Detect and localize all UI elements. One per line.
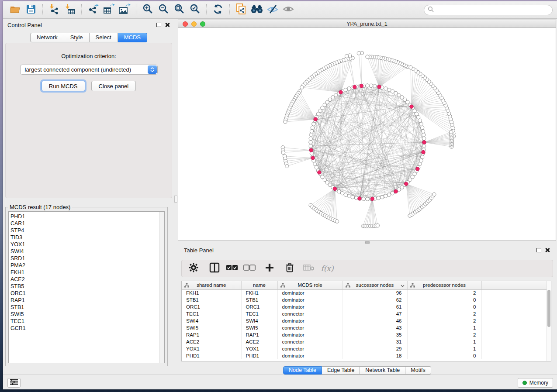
network-node[interactable] xyxy=(373,84,377,88)
cell-name[interactable]: STB1 xyxy=(241,296,277,303)
node-table-grid[interactable]: shared namenameMCDS rolesuccessor nodesp… xyxy=(182,281,548,359)
mcds-result-item[interactable]: YOX1 xyxy=(10,241,164,248)
mcds-result-item[interactable]: ACE2 xyxy=(10,276,164,283)
mcds-result-item[interactable]: PMA2 xyxy=(10,262,164,269)
column-header-predecessor-nodes[interactable]: predecessor nodes xyxy=(407,281,481,289)
table-row[interactable]: ORC1ORC1dominator610 xyxy=(182,303,547,310)
network-node[interactable] xyxy=(418,119,422,122)
show-all-button[interactable] xyxy=(280,3,296,17)
mcds-result-item[interactable]: FKH1 xyxy=(10,269,164,276)
column-header-successor-nodes[interactable]: successor nodes xyxy=(343,281,407,289)
column-header-MCDS-role[interactable]: MCDS role xyxy=(277,281,343,289)
splitter-handle[interactable] xyxy=(365,241,370,244)
column-header-shared-name[interactable]: shared name xyxy=(182,281,241,289)
network-node[interactable] xyxy=(387,88,391,92)
network-node[interactable] xyxy=(281,151,285,154)
cell-shared_name[interactable]: RAP1 xyxy=(182,331,241,338)
cell-mcds_role[interactable]: connector xyxy=(277,345,343,352)
search-network-button[interactable] xyxy=(249,3,265,17)
network-node[interactable] xyxy=(391,89,394,93)
mcds-node[interactable] xyxy=(360,84,363,88)
export-image-button[interactable] xyxy=(117,3,132,17)
network-node[interactable] xyxy=(347,87,351,90)
cell-mcds_role[interactable]: dominator xyxy=(277,352,343,359)
network-node[interactable] xyxy=(309,137,312,140)
network-node[interactable] xyxy=(419,159,423,162)
tab-motifs[interactable]: Motifs xyxy=(405,366,431,375)
cell-successor_nodes[interactable]: 61 xyxy=(343,303,407,310)
network-node[interactable] xyxy=(432,193,436,196)
mcds-result-item[interactable]: STB1 xyxy=(10,304,164,311)
mcds-node[interactable] xyxy=(416,167,419,171)
delete-table-button[interactable] xyxy=(302,262,315,275)
table-row[interactable]: TEC1TEC1connector472 xyxy=(182,310,547,317)
network-node[interactable] xyxy=(420,155,424,158)
network-node[interactable] xyxy=(449,130,453,134)
network-node[interactable] xyxy=(313,162,317,166)
mcds-node[interactable] xyxy=(358,197,361,200)
network-node[interactable] xyxy=(380,195,384,199)
cell-shared_name[interactable]: SWI5 xyxy=(182,324,241,331)
mcds-node[interactable] xyxy=(333,187,336,190)
network-node[interactable] xyxy=(418,162,422,166)
network-node[interactable] xyxy=(376,224,379,227)
column-header-name[interactable]: name xyxy=(241,281,277,289)
memory-button[interactable]: Memory xyxy=(518,378,553,388)
network-node[interactable] xyxy=(366,84,369,87)
export-table-button[interactable] xyxy=(101,3,117,17)
cell-successor_nodes[interactable]: 96 xyxy=(343,289,407,296)
table-row[interactable]: SWI4SWI4dominator462 xyxy=(182,317,547,324)
tab-network-table[interactable]: Network Table xyxy=(360,366,405,375)
mcds-node[interactable] xyxy=(370,197,374,200)
tab-mcds[interactable]: MCDS xyxy=(118,33,147,42)
network-node[interactable] xyxy=(357,52,360,55)
mcds-node[interactable] xyxy=(339,90,343,94)
mcds-node[interactable] xyxy=(314,117,317,121)
optimization-criterion-dropdown[interactable]: largest connected component (undirected) xyxy=(20,65,158,75)
table-scrollbar[interactable] xyxy=(547,281,551,361)
cell-predecessor_nodes[interactable]: 1 xyxy=(407,338,481,345)
table-options-button[interactable] xyxy=(187,262,200,275)
cell-successor_nodes[interactable]: 18 xyxy=(343,352,407,359)
zoom-out-button[interactable] xyxy=(156,3,171,17)
mcds-result-item[interactable]: TEC1 xyxy=(10,318,164,325)
search-field[interactable] xyxy=(424,5,553,15)
mcds-node[interactable] xyxy=(309,148,313,152)
cell-shared_name[interactable]: PHD1 xyxy=(182,352,241,359)
network-node[interactable] xyxy=(347,194,351,198)
network-node[interactable] xyxy=(384,87,387,90)
network-node[interactable] xyxy=(422,144,426,148)
cell-name[interactable]: PHD1 xyxy=(241,352,277,359)
network-node[interactable] xyxy=(387,193,391,196)
network-node[interactable] xyxy=(311,126,314,129)
cell-successor_nodes[interactable]: 62 xyxy=(343,296,407,303)
delete-columns-button[interactable] xyxy=(283,262,296,275)
tab-edge-table[interactable]: Edge Table xyxy=(322,366,360,375)
cell-shared_name[interactable]: ACE2 xyxy=(182,338,241,345)
mcds-result-item[interactable]: SWI4 xyxy=(10,248,164,255)
mcds-result-item[interactable]: ORC1 xyxy=(10,290,164,297)
network-node[interactable] xyxy=(422,133,426,137)
zoom-in-button[interactable] xyxy=(140,3,156,17)
cell-predecessor_nodes[interactable]: 2 xyxy=(407,331,481,338)
table-row[interactable]: PHD1PHD1dominator180 xyxy=(182,352,547,359)
mcds-result-item[interactable]: SRD1 xyxy=(10,255,164,262)
export-network-button[interactable] xyxy=(85,3,101,17)
network-node[interactable] xyxy=(366,197,369,201)
table-row[interactable]: ACE2ACE2connector311 xyxy=(182,338,547,345)
mcds-result-item[interactable]: SWI5 xyxy=(10,311,164,318)
mcds-node[interactable] xyxy=(422,141,426,144)
tab-node-table[interactable]: Node Table xyxy=(283,366,322,375)
table-row[interactable]: STB1STB1dominator620 xyxy=(182,296,547,303)
apply-layout-button[interactable] xyxy=(210,3,226,17)
cell-mcds_role[interactable]: dominator xyxy=(277,303,343,310)
network-node[interactable] xyxy=(362,197,365,201)
splitter-handle[interactable] xyxy=(174,196,177,203)
cell-name[interactable]: SWI5 xyxy=(241,324,277,331)
cell-shared_name[interactable]: SWI4 xyxy=(182,317,241,324)
mcds-node[interactable] xyxy=(318,171,321,174)
network-node[interactable] xyxy=(284,120,287,124)
search-input[interactable] xyxy=(436,7,549,13)
cell-mcds_role[interactable]: dominator xyxy=(277,331,343,338)
cell-mcds_role[interactable]: dominator xyxy=(277,289,343,296)
